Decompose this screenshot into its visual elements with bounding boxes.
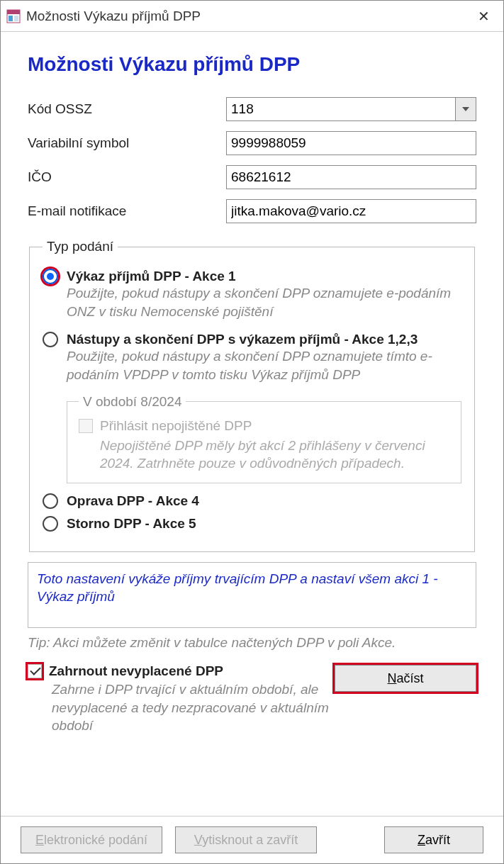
epodani-button[interactable]: Elektronické podání: [21, 826, 162, 853]
row-email: E-mail notifikace: [28, 199, 476, 223]
tip-text: Tip: Akci můžete změnit v tabulce načten…: [28, 635, 476, 651]
svg-rect-1: [7, 10, 20, 14]
desc-zahrnout: Zahrne i DPP trvající v aktuálním období…: [52, 680, 335, 735]
label-kod-ossz: Kód OSSZ: [28, 101, 226, 117]
radio-item-akce1: Výkaz příjmů DPP - Akce 1 Použijte, poku…: [43, 269, 461, 320]
window-title: Možnosti Výkazu příjmů DPP: [26, 9, 469, 24]
radio-label-akce123: Nástupy a skončení DPP s výkazem příjmů …: [67, 332, 418, 347]
radio-label-akce5: Storno DPP - Akce 5: [67, 516, 196, 532]
input-email[interactable]: [226, 199, 476, 223]
radio-item-akce4: Oprava DPP - Akce 4: [43, 493, 461, 509]
radio-akce4[interactable]: [43, 493, 58, 509]
row-var-symbol: Variabilní symbol: [28, 131, 476, 155]
checkbox-label-prihlasit: Přihlásit nepojištěné DPP: [100, 418, 252, 434]
info-box: Toto nastavení vykáže příjmy trvajícím D…: [28, 562, 476, 628]
legend-period: V období 8/2024: [79, 394, 186, 410]
input-kod-ossz[interactable]: [226, 97, 455, 121]
checkbox-label-zahrnout: Zahrnout nevyplacené DPP: [49, 663, 223, 679]
radio-item-akce5: Storno DPP - Akce 5: [43, 516, 461, 532]
checkbox-prihlasit-nepojistene: [79, 419, 93, 433]
input-var-symbol[interactable]: [226, 131, 476, 155]
desc-akce1: Použijte, pokud nástupy a skončení DPP o…: [67, 284, 461, 320]
svg-rect-2: [9, 16, 13, 21]
app-icon: [6, 9, 21, 23]
desc-akce123: Použijte, pokud nástupy a skončení DPP o…: [67, 347, 461, 383]
radio-label-akce1: Výkaz příjmů DPP - Akce 1: [67, 269, 236, 284]
zavrit-button[interactable]: Zavřít: [384, 826, 483, 853]
checkbox-zahrnout-nevyplacene[interactable]: [28, 664, 42, 678]
dialog-window: Možnosti Výkazu příjmů DPP ✕ Možnosti Vý…: [0, 0, 504, 864]
fieldset-typ-podani: Typ podání Výkaz příjmů DPP - Akce 1 Pou…: [29, 239, 475, 552]
input-ico[interactable]: [226, 165, 476, 189]
row-kod-ossz: Kód OSSZ: [28, 97, 476, 121]
legend-typ-podani: Typ podání: [43, 239, 118, 254]
radio-label-akce4: Oprava DPP - Akce 4: [67, 493, 199, 509]
desc-period: Nepojištěné DPP měly být akcí 2 přihláše…: [100, 437, 449, 473]
include-row: Zahrnout nevyplacené DPP Zahrne i DPP tr…: [28, 663, 476, 735]
radio-akce5[interactable]: [43, 516, 58, 532]
label-email: E-mail notifikace: [28, 203, 226, 219]
label-ico: IČO: [28, 169, 226, 185]
content-area: Možnosti Výkazu příjmů DPP Kód OSSZ Vari…: [1, 32, 503, 816]
nacist-button[interactable]: Načíst: [335, 665, 476, 692]
page-title: Možnosti Výkazu příjmů DPP: [28, 53, 476, 76]
footer-buttons: Elektronické podání Vytisknout a zavřít …: [1, 816, 503, 863]
dropdown-button-kod-ossz[interactable]: [455, 97, 476, 121]
row-ico: IČO: [28, 165, 476, 189]
radio-item-akce123: Nástupy a skončení DPP s výkazem příjmů …: [43, 332, 461, 483]
fieldset-period: V období 8/2024 Přihlásit nepojištěné DP…: [67, 394, 461, 483]
radio-akce1[interactable]: [43, 269, 58, 284]
label-var-symbol: Variabilní symbol: [28, 135, 226, 151]
radio-akce123[interactable]: [43, 332, 58, 347]
chevron-down-icon: [462, 107, 469, 111]
svg-rect-3: [14, 16, 18, 21]
titlebar: Možnosti Výkazu příjmů DPP ✕: [1, 1, 503, 32]
vytisknout-button[interactable]: Vytisknout a zavřít: [175, 826, 317, 853]
close-icon[interactable]: ✕: [469, 8, 498, 25]
